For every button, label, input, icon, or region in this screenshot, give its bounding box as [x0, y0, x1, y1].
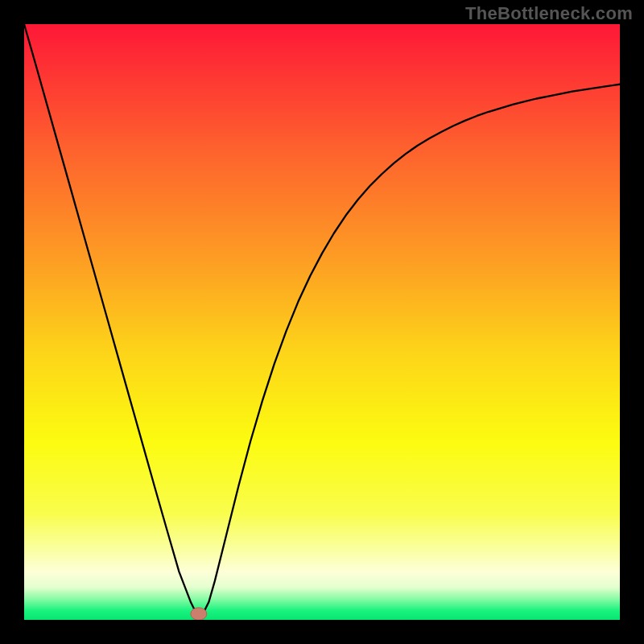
plot-area — [24, 24, 620, 620]
chart-svg — [24, 24, 620, 620]
gradient-background — [24, 24, 620, 620]
chart-frame: TheBottleneck.com — [0, 0, 644, 644]
minimum-marker — [191, 608, 207, 620]
watermark-text: TheBottleneck.com — [465, 3, 633, 24]
